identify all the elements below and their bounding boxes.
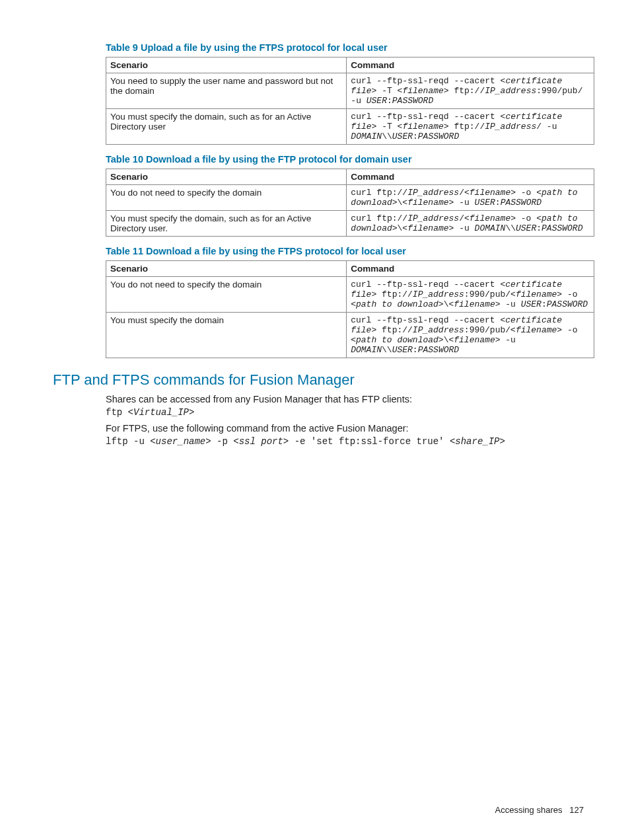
body-p1: Shares can be accessed from any Fusion M… — [106, 394, 584, 404]
code-ftp: ftp <Virtual_IP> — [106, 407, 584, 418]
command-cell: curl --ftp-ssl-reqd --cacert <certificat… — [347, 109, 594, 145]
scenario-cell: You need to supply the user name and pas… — [106, 73, 347, 109]
scenario-cell: You must specify the domain — [106, 313, 347, 358]
code-lftp: lftp -u <user_name> -p <ssl port> -e 'se… — [106, 436, 584, 447]
scenario-cell: You do not need to specify the domain — [106, 277, 347, 313]
table-9-title: Table 9 Upload a file by using the FTPS … — [106, 42, 584, 53]
table-9: Scenario Command You need to supply the … — [106, 57, 594, 145]
page-footer: Accessing shares 127 — [495, 805, 584, 815]
command-cell: curl --ftp-ssl-reqd --cacert <certificat… — [347, 73, 594, 109]
col-command: Command — [347, 169, 594, 185]
table-row: You must specify the domain curl --ftp-s… — [106, 313, 594, 358]
scenario-cell: You must specify the domain, such as for… — [106, 211, 347, 237]
table-row: You do not need to specify the domain cu… — [106, 185, 594, 211]
scenario-cell: You do not need to specify the domain — [106, 185, 347, 211]
table-row: You must specify the domain, such as for… — [106, 109, 594, 145]
command-cell: curl --ftp-ssl-reqd --cacert <certificat… — [347, 277, 594, 313]
table-10: Scenario Command You do not need to spec… — [106, 169, 594, 237]
col-scenario: Scenario — [106, 169, 347, 185]
col-command: Command — [347, 261, 594, 277]
col-scenario: Scenario — [106, 57, 347, 73]
command-cell: curl ftp://IP_address/<filename> -o <pat… — [347, 185, 594, 211]
table-row: You do not need to specify the domain cu… — [106, 277, 594, 313]
col-command: Command — [347, 57, 594, 73]
table-10-title: Table 10 Download a file by using the FT… — [106, 154, 584, 165]
scenario-cell: You must specify the domain, such as for… — [106, 109, 347, 145]
table-11: Scenario Command You do not need to spec… — [106, 260, 594, 358]
section-heading: FTP and FTPS commands for Fusion Manager — [53, 371, 584, 389]
command-cell: curl --ftp-ssl-reqd --cacert <certificat… — [347, 313, 594, 358]
table-row: You must specify the domain, such as for… — [106, 211, 594, 237]
body-p2: For FTPS, use the following command from… — [106, 423, 584, 434]
footer-section: Accessing shares — [495, 805, 563, 815]
page-number: 127 — [569, 805, 584, 815]
command-cell: curl ftp://IP_address/<filename> -o <pat… — [347, 211, 594, 237]
table-11-title: Table 11 Download a file by using the FT… — [106, 246, 584, 256]
col-scenario: Scenario — [106, 261, 347, 277]
table-row: You need to supply the user name and pas… — [106, 73, 594, 109]
